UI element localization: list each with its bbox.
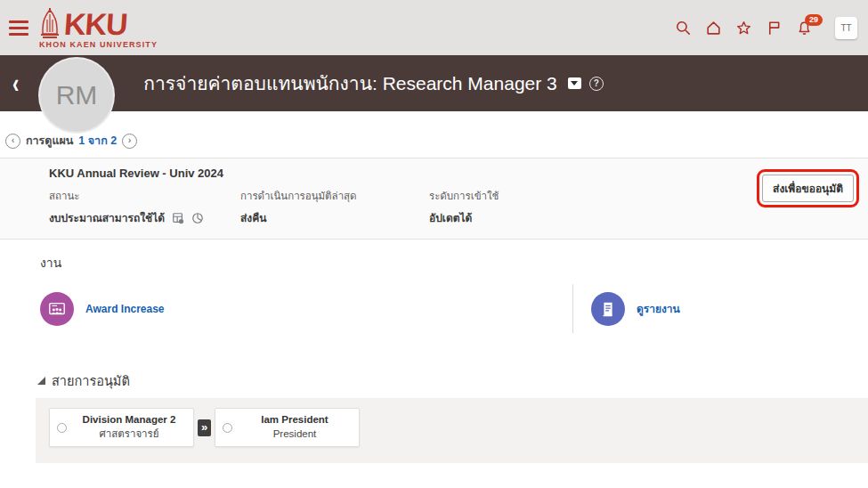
brand-text: KKU xyxy=(63,9,128,39)
chain-next-chevron-icon: » xyxy=(198,419,211,436)
next-plan-icon[interactable]: › xyxy=(122,134,137,149)
home-icon[interactable] xyxy=(705,20,722,37)
approver-role: President xyxy=(238,427,352,442)
plan-title: KKU Annual Review - Univ 2024 xyxy=(49,167,854,180)
user-avatar[interactable]: TT xyxy=(835,17,857,39)
menu-hamburger-icon[interactable] xyxy=(9,20,28,36)
submit-for-approval-button[interactable]: ส่งเพื่อขออนุมัติ xyxy=(762,175,854,202)
approver-name: Division Manager 2 xyxy=(72,413,186,427)
content-area: ‹ การดูแผน 1 จาก 2 › KKU Annual Review -… xyxy=(0,111,868,463)
plan-pager-label: การดูแผน xyxy=(26,132,73,150)
stupa-icon xyxy=(39,7,61,39)
approver-name: Iam President xyxy=(238,413,352,427)
award-increase-icon xyxy=(40,292,74,326)
kku-logo[interactable]: KKU KHON KAEN UNIVERSITY xyxy=(39,7,158,49)
search-icon[interactable] xyxy=(675,20,692,37)
approver-card-division-manager[interactable]: Division Manager 2 ศาสตราจารย์ xyxy=(49,408,194,447)
brand-subtitle: KHON KAEN UNIVERSITY xyxy=(39,41,158,49)
last-approval-field: การดำเนินการอนุมัติล่าสุด ส่งคืน xyxy=(240,188,429,226)
global-actions: 29 TT xyxy=(675,17,857,39)
task-award-increase[interactable]: Award Increase xyxy=(40,292,572,326)
status-value: งบประมาณสามารถใช้ได้ xyxy=(49,209,165,226)
favorites-star-icon[interactable] xyxy=(735,20,752,37)
approver-radio[interactable] xyxy=(223,423,232,433)
top-app-bar: KKU KHON KAEN UNIVERSITY 29 TT xyxy=(0,0,868,55)
approval-chain-toggle[interactable]: สายการอนุมัติ xyxy=(0,370,868,391)
access-level-value: อัปเดตได้ xyxy=(429,209,472,226)
context-dropdown-icon[interactable] xyxy=(568,77,581,89)
notifications-bell[interactable]: 29 xyxy=(796,20,813,37)
access-level-label: ระดับการเข้าใช้ xyxy=(429,188,625,204)
worksheet-icon[interactable] xyxy=(172,212,184,224)
plan-summary-panel: KKU Annual Review - Univ 2024 สถานะ งบปร… xyxy=(0,158,868,240)
task-view-report[interactable]: ดูรายงาน xyxy=(591,292,680,326)
view-report-icon xyxy=(591,292,625,326)
help-icon[interactable]: ? xyxy=(589,77,604,91)
approver-role: ศาสตราจารย์ xyxy=(72,427,186,442)
disclosure-triangle-icon xyxy=(37,377,45,385)
status-label: สถานะ xyxy=(49,188,240,204)
last-approval-value: ส่งคืน xyxy=(240,209,266,226)
approval-chain-title: สายการอนุมัติ xyxy=(52,370,130,391)
task-view-report-label: ดูรายงาน xyxy=(637,300,680,317)
task-award-increase-label: Award Increase xyxy=(85,303,165,315)
page-header-bar: ‹ RM การจ่ายค่าตอบแทนพนักงาน: Research M… xyxy=(0,55,868,111)
tasks-header: งาน xyxy=(40,253,868,272)
previous-plan-icon[interactable]: ‹ xyxy=(5,134,20,149)
plan-pager-count: 1 จาก 2 xyxy=(78,132,117,150)
task-divider xyxy=(572,284,573,333)
notification-count-badge: 29 xyxy=(805,14,823,26)
plan-pager: ‹ การดูแผน 1 จาก 2 › xyxy=(0,111,868,158)
approver-card-president[interactable]: Iam President President xyxy=(215,408,360,447)
flag-icon[interactable] xyxy=(766,20,783,37)
access-level-field: ระดับการเข้าใช้ อัปเดตได้ xyxy=(429,188,625,226)
tasks-section: งาน Award Increase xyxy=(0,240,868,333)
status-field: สถานะ งบประมาณสามารถใช้ได้ xyxy=(49,188,240,226)
budget-pie-icon[interactable] xyxy=(191,212,204,224)
approver-radio[interactable] xyxy=(57,423,67,433)
back-chevron-icon[interactable]: ‹ xyxy=(12,69,19,97)
last-approval-label: การดำเนินการอนุมัติล่าสุด xyxy=(240,188,429,204)
approval-chain-section: สายการอนุมัติ Division Manager 2 ศาสตราจ… xyxy=(0,370,868,463)
submit-highlight-ring: ส่งเพื่อขออนุมัติ xyxy=(757,169,859,207)
page-title: การจ่ายค่าตอบแทนพนักงาน: Research Manage… xyxy=(143,69,556,98)
plan-avatar: RM xyxy=(38,57,115,134)
approval-chain-panel: Division Manager 2 ศาสตราจารย์ » Iam Pre… xyxy=(36,398,868,463)
